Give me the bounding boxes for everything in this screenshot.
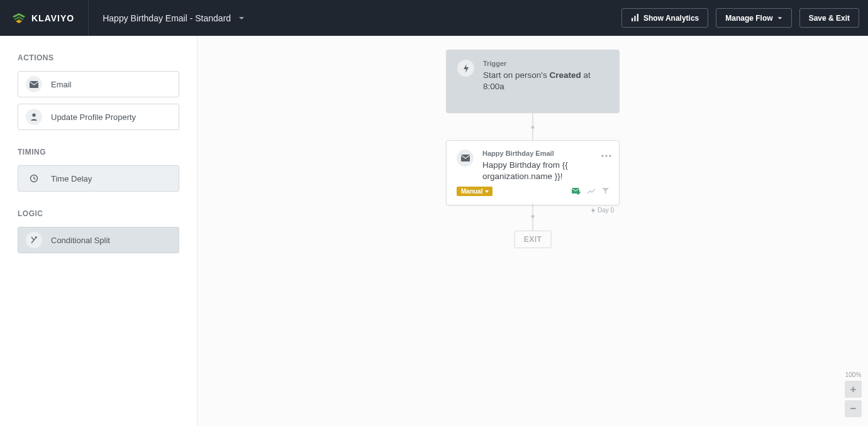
- split-icon: [26, 232, 42, 248]
- day-tag: Day 0: [591, 207, 614, 214]
- palette-item-label: Time Delay: [51, 174, 92, 183]
- section-label-timing: TIMING: [18, 148, 179, 156]
- klaviyo-logo-icon: [11, 13, 26, 24]
- zoom-out-button[interactable]: −: [845, 400, 862, 417]
- palette-item-time-delay[interactable]: Time Delay: [18, 165, 179, 192]
- section-label-actions: ACTIONS: [18, 53, 179, 62]
- email-node-head: Happy Birthday Email Happy Birthday from…: [457, 150, 609, 182]
- email-node-indicators: [572, 188, 609, 195]
- palette-item-conditional-split[interactable]: Conditional Split: [18, 227, 179, 253]
- caret-down-icon: [238, 15, 245, 21]
- connector-line: [533, 204, 533, 215]
- caret-down-icon: [485, 190, 489, 193]
- manage-flow-label: Manage Flow: [725, 14, 772, 23]
- person-icon: [26, 109, 42, 125]
- palette-item-label: Update Profile Property: [51, 112, 136, 122]
- zoom-in-button[interactable]: +: [845, 381, 862, 398]
- zoom-level: 100%: [845, 371, 862, 378]
- day-tag-text: Day 0: [598, 207, 614, 214]
- connector-line: [533, 113, 533, 126]
- email-node-footer: Manual: [457, 187, 609, 196]
- sidebar-section-timing: TIMING Time Delay: [18, 148, 179, 192]
- email-node-label: Happy Birthday Email: [482, 150, 609, 157]
- exit-label: EXIT: [524, 235, 542, 244]
- brand-name: KLAVIYO: [31, 13, 74, 23]
- show-analytics-label: Show Analytics: [643, 14, 699, 23]
- email-node-subject: Happy Birthday from {{ organization.name…: [482, 160, 609, 182]
- trigger-text-prefix: Start on person's: [483, 70, 549, 80]
- analytics-line-icon[interactable]: [587, 188, 596, 195]
- status-badge-text: Manual: [461, 188, 482, 195]
- header-right: Show Analytics Manage Flow Save & Exit: [621, 8, 859, 28]
- palette-item-label: Email: [51, 80, 72, 89]
- node-overflow-menu[interactable]: [601, 148, 611, 160]
- brand-logo[interactable]: KLAVIYO: [11, 0, 89, 36]
- caret-down-icon: [777, 16, 782, 21]
- status-badge-manual[interactable]: Manual: [457, 187, 492, 196]
- bolt-icon: [457, 60, 474, 77]
- header-left: KLAVIYO Happy Birthday Email - Standard: [11, 0, 245, 36]
- palette-item-label: Conditional Split: [51, 236, 110, 245]
- flow-title-text: Happy Birthday Email - Standard: [103, 13, 231, 23]
- sidebar-section-logic: LOGIC Conditional Split: [18, 209, 179, 253]
- svg-point-6: [601, 155, 603, 156]
- svg-point-7: [605, 155, 607, 156]
- flow-canvas[interactable]: Trigger Start on person's Created at 8:0…: [198, 36, 868, 426]
- save-exit-button[interactable]: Save & Exit: [799, 8, 859, 28]
- trigger-node[interactable]: Trigger Start on person's Created at 8:0…: [446, 50, 620, 113]
- manage-flow-button[interactable]: Manage Flow: [716, 8, 791, 28]
- sidebar-section-actions: ACTIONS Email Update Profile Property: [18, 53, 179, 130]
- palette-item-update-profile[interactable]: Update Profile Property: [18, 104, 179, 130]
- connector-line: [533, 129, 533, 140]
- mail-icon: [26, 76, 42, 92]
- trigger-description: Start on person's Created at 8:00a: [483, 70, 608, 92]
- flow-title-dropdown[interactable]: Happy Birthday Email - Standard: [103, 13, 245, 23]
- svg-rect-1: [634, 16, 635, 21]
- svg-point-4: [32, 114, 35, 117]
- email-node-body: Happy Birthday Email Happy Birthday from…: [482, 150, 609, 182]
- save-exit-label: Save & Exit: [809, 14, 850, 23]
- connector-line: [533, 218, 533, 231]
- svg-rect-0: [632, 18, 633, 21]
- email-check-icon[interactable]: [572, 188, 581, 195]
- palette-item-email[interactable]: Email: [18, 71, 179, 97]
- filter-icon[interactable]: [602, 188, 609, 195]
- zoom-controls: 100% + −: [845, 371, 862, 420]
- mail-icon: [457, 150, 474, 167]
- email-node[interactable]: Happy Birthday Email Happy Birthday from…: [446, 140, 620, 205]
- palette-sidebar: ACTIONS Email Update Profile Property TI…: [0, 36, 198, 426]
- trigger-label: Trigger: [483, 60, 608, 67]
- bar-chart-icon: [631, 14, 639, 22]
- show-analytics-button[interactable]: Show Analytics: [621, 8, 708, 28]
- svg-rect-2: [637, 14, 638, 21]
- clock-icon: [26, 170, 42, 187]
- section-label-logic: LOGIC: [18, 209, 179, 218]
- exit-node: EXIT: [515, 231, 552, 248]
- svg-point-8: [609, 155, 611, 156]
- trigger-body: Trigger Start on person's Created at 8:0…: [483, 60, 608, 103]
- top-header: KLAVIYO Happy Birthday Email - Standard …: [0, 0, 868, 36]
- trigger-text-strong: Created: [549, 70, 581, 80]
- bolt-icon: [591, 207, 596, 214]
